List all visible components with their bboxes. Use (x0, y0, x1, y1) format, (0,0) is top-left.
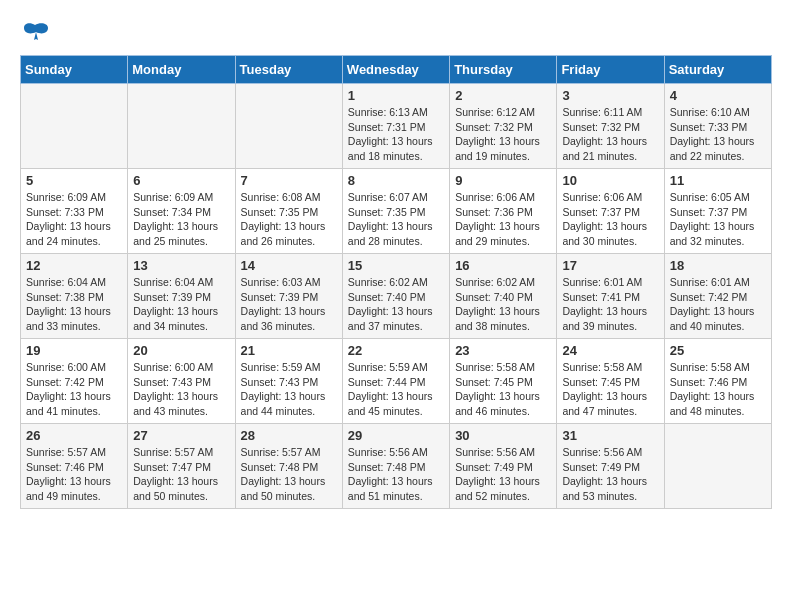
day-number: 18 (670, 258, 766, 273)
day-content: Sunset: 7:34 PM (133, 205, 229, 220)
day-content: Sunset: 7:33 PM (26, 205, 122, 220)
day-content: Daylight: 13 hours and 18 minutes. (348, 134, 444, 163)
page-header (20, 20, 772, 45)
calendar-week-row: 1Sunrise: 6:13 AMSunset: 7:31 PMDaylight… (21, 84, 772, 169)
day-number: 19 (26, 343, 122, 358)
day-content: Daylight: 13 hours and 30 minutes. (562, 219, 658, 248)
calendar-cell: 1Sunrise: 6:13 AMSunset: 7:31 PMDaylight… (342, 84, 449, 169)
day-content: Sunset: 7:38 PM (26, 290, 122, 305)
day-content: Sunset: 7:47 PM (133, 460, 229, 475)
day-content: Daylight: 13 hours and 46 minutes. (455, 389, 551, 418)
day-content: Sunset: 7:37 PM (562, 205, 658, 220)
day-number: 9 (455, 173, 551, 188)
calendar-cell (21, 84, 128, 169)
day-content: Sunrise: 6:00 AM (133, 360, 229, 375)
day-content: Sunset: 7:35 PM (241, 205, 337, 220)
day-content: Sunset: 7:33 PM (670, 120, 766, 135)
day-content: Daylight: 13 hours and 34 minutes. (133, 304, 229, 333)
day-content: Sunset: 7:32 PM (455, 120, 551, 135)
calendar-cell: 30Sunrise: 5:56 AMSunset: 7:49 PMDayligh… (450, 424, 557, 509)
day-content: Sunset: 7:42 PM (670, 290, 766, 305)
day-content: Daylight: 13 hours and 41 minutes. (26, 389, 122, 418)
day-content: Sunrise: 5:56 AM (562, 445, 658, 460)
day-content: Sunset: 7:49 PM (562, 460, 658, 475)
calendar-cell (128, 84, 235, 169)
day-content: Sunset: 7:48 PM (348, 460, 444, 475)
day-content: Sunset: 7:46 PM (26, 460, 122, 475)
calendar-cell: 27Sunrise: 5:57 AMSunset: 7:47 PMDayligh… (128, 424, 235, 509)
day-number: 5 (26, 173, 122, 188)
logo-icon (20, 20, 50, 45)
day-content: Sunrise: 6:02 AM (348, 275, 444, 290)
day-content: Sunset: 7:39 PM (133, 290, 229, 305)
calendar-cell: 14Sunrise: 6:03 AMSunset: 7:39 PMDayligh… (235, 254, 342, 339)
calendar-week-row: 19Sunrise: 6:00 AMSunset: 7:42 PMDayligh… (21, 339, 772, 424)
day-content: Daylight: 13 hours and 21 minutes. (562, 134, 658, 163)
day-content: Daylight: 13 hours and 24 minutes. (26, 219, 122, 248)
calendar-week-row: 12Sunrise: 6:04 AMSunset: 7:38 PMDayligh… (21, 254, 772, 339)
day-content: Sunrise: 5:58 AM (455, 360, 551, 375)
calendar-header-row: SundayMondayTuesdayWednesdayThursdayFrid… (21, 56, 772, 84)
day-number: 16 (455, 258, 551, 273)
day-content: Sunrise: 5:57 AM (26, 445, 122, 460)
day-number: 4 (670, 88, 766, 103)
day-content: Sunset: 7:43 PM (241, 375, 337, 390)
day-content: Daylight: 13 hours and 22 minutes. (670, 134, 766, 163)
day-content: Sunset: 7:45 PM (455, 375, 551, 390)
day-content: Daylight: 13 hours and 37 minutes. (348, 304, 444, 333)
calendar-cell: 3Sunrise: 6:11 AMSunset: 7:32 PMDaylight… (557, 84, 664, 169)
day-content: Sunset: 7:49 PM (455, 460, 551, 475)
day-content: Sunrise: 5:57 AM (241, 445, 337, 460)
day-content: Sunrise: 5:59 AM (241, 360, 337, 375)
day-content: Sunset: 7:43 PM (133, 375, 229, 390)
day-number: 26 (26, 428, 122, 443)
calendar-cell: 13Sunrise: 6:04 AMSunset: 7:39 PMDayligh… (128, 254, 235, 339)
day-content: Sunrise: 6:09 AM (26, 190, 122, 205)
calendar-cell: 29Sunrise: 5:56 AMSunset: 7:48 PMDayligh… (342, 424, 449, 509)
day-content: Daylight: 13 hours and 51 minutes. (348, 474, 444, 503)
day-content: Sunrise: 6:01 AM (670, 275, 766, 290)
day-content: Daylight: 13 hours and 25 minutes. (133, 219, 229, 248)
day-number: 11 (670, 173, 766, 188)
day-number: 14 (241, 258, 337, 273)
calendar-cell: 8Sunrise: 6:07 AMSunset: 7:35 PMDaylight… (342, 169, 449, 254)
day-content: Sunrise: 6:08 AM (241, 190, 337, 205)
day-of-week-header: Thursday (450, 56, 557, 84)
calendar-cell: 26Sunrise: 5:57 AMSunset: 7:46 PMDayligh… (21, 424, 128, 509)
calendar-cell: 28Sunrise: 5:57 AMSunset: 7:48 PMDayligh… (235, 424, 342, 509)
day-content: Sunrise: 6:13 AM (348, 105, 444, 120)
calendar-cell: 9Sunrise: 6:06 AMSunset: 7:36 PMDaylight… (450, 169, 557, 254)
day-content: Sunrise: 5:56 AM (348, 445, 444, 460)
day-content: Sunset: 7:45 PM (562, 375, 658, 390)
day-content: Daylight: 13 hours and 43 minutes. (133, 389, 229, 418)
day-number: 30 (455, 428, 551, 443)
day-content: Sunset: 7:32 PM (562, 120, 658, 135)
day-content: Sunrise: 6:07 AM (348, 190, 444, 205)
day-number: 8 (348, 173, 444, 188)
day-number: 31 (562, 428, 658, 443)
day-content: Sunrise: 6:10 AM (670, 105, 766, 120)
day-of-week-header: Wednesday (342, 56, 449, 84)
day-content: Sunset: 7:40 PM (348, 290, 444, 305)
day-content: Sunset: 7:36 PM (455, 205, 551, 220)
day-content: Daylight: 13 hours and 50 minutes. (133, 474, 229, 503)
day-number: 10 (562, 173, 658, 188)
day-content: Sunset: 7:46 PM (670, 375, 766, 390)
calendar-cell: 5Sunrise: 6:09 AMSunset: 7:33 PMDaylight… (21, 169, 128, 254)
day-content: Sunrise: 6:06 AM (562, 190, 658, 205)
day-content: Daylight: 13 hours and 40 minutes. (670, 304, 766, 333)
day-content: Sunrise: 5:58 AM (562, 360, 658, 375)
day-number: 29 (348, 428, 444, 443)
day-content: Sunrise: 6:01 AM (562, 275, 658, 290)
day-number: 27 (133, 428, 229, 443)
day-number: 20 (133, 343, 229, 358)
logo (20, 20, 54, 45)
day-content: Daylight: 13 hours and 38 minutes. (455, 304, 551, 333)
day-content: Daylight: 13 hours and 45 minutes. (348, 389, 444, 418)
day-content: Sunrise: 5:57 AM (133, 445, 229, 460)
day-number: 21 (241, 343, 337, 358)
calendar-cell: 16Sunrise: 6:02 AMSunset: 7:40 PMDayligh… (450, 254, 557, 339)
day-number: 23 (455, 343, 551, 358)
day-content: Sunrise: 5:58 AM (670, 360, 766, 375)
calendar-cell: 4Sunrise: 6:10 AMSunset: 7:33 PMDaylight… (664, 84, 771, 169)
